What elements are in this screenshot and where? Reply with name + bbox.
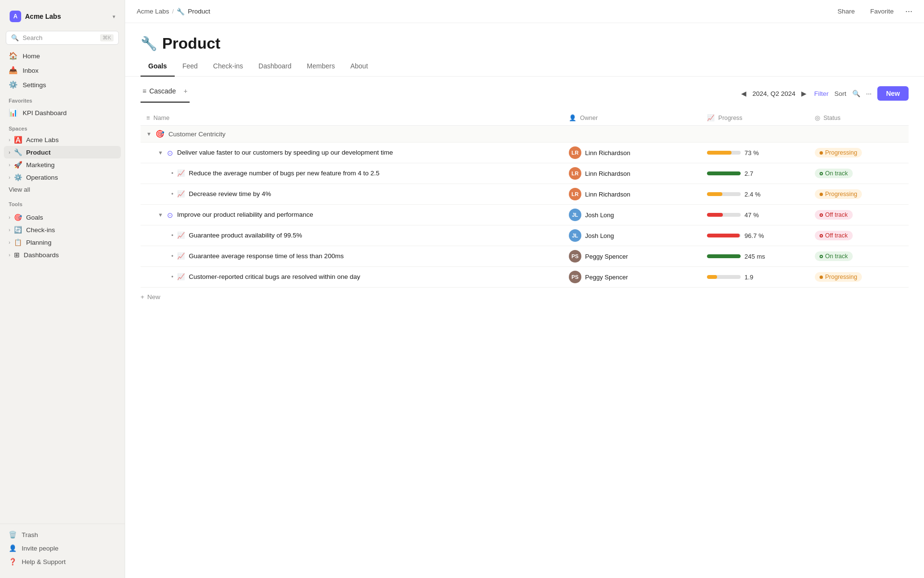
status-label: Off track bbox=[825, 211, 848, 218]
period-label: 2024, Q2 2024 bbox=[752, 90, 795, 97]
period-next-button[interactable]: ▶ bbox=[799, 88, 808, 99]
product-icon: 🔧 bbox=[14, 148, 22, 156]
tab-check-ins[interactable]: Check-ins bbox=[205, 56, 251, 77]
chart-icon: 📊 bbox=[9, 108, 18, 117]
add-icon: + bbox=[141, 293, 144, 301]
tab-about[interactable]: About bbox=[343, 56, 376, 77]
add-view-button[interactable]: + bbox=[181, 85, 189, 97]
sidebar-bottom: 🗑️ Trash 👤 Invite people ❓ Help & Suppor… bbox=[0, 524, 125, 572]
kr-owner-cell: JL Josh Long bbox=[569, 229, 695, 242]
tool-goals[interactable]: › 🎯 Goals bbox=[4, 211, 121, 223]
search-placeholder: Search bbox=[23, 34, 42, 41]
tool-dashboards[interactable]: › ⊞ Dashboards bbox=[4, 249, 121, 261]
sidebar-item-home[interactable]: 🏠 Home bbox=[4, 49, 121, 63]
period-nav: ◀ 2024, Q2 2024 ▶ bbox=[739, 88, 808, 99]
sidebar-item-kpi-dashboard[interactable]: 📊 KPI Dashboard bbox=[4, 105, 121, 120]
trash-button[interactable]: 🗑️ Trash bbox=[4, 528, 121, 541]
tab-dashboard[interactable]: Dashboard bbox=[251, 56, 299, 77]
owner-name: Peggy Spencer bbox=[585, 253, 628, 260]
tab-members[interactable]: Members bbox=[299, 56, 343, 77]
tab-goals[interactable]: Goals bbox=[141, 56, 175, 77]
kr-progress-cell: 2.7 bbox=[707, 170, 803, 177]
planning-tool-icon: 📋 bbox=[14, 238, 22, 246]
progress-value: 96.7 % bbox=[744, 232, 764, 239]
invite-label: Invite people bbox=[22, 545, 59, 552]
period-prev-button[interactable]: ◀ bbox=[739, 88, 748, 99]
group-chevron-icon[interactable]: ▼ bbox=[146, 131, 152, 137]
key-result-row: • 📈 Decrease review time by 4% LR Linn R… bbox=[141, 184, 909, 205]
status-badge: Progressing bbox=[815, 272, 862, 282]
kr-owner-cell: PS Peggy Spencer bbox=[569, 271, 695, 283]
status-label: Progressing bbox=[825, 149, 858, 156]
checkins-tool-label: Check-ins bbox=[26, 226, 55, 234]
sidebar-item-product[interactable]: › 🔧 Product bbox=[4, 146, 121, 158]
kr-owner-cell: LR Linn Richardson bbox=[569, 188, 695, 200]
breadcrumb-workspace[interactable]: Acme Labs bbox=[137, 8, 169, 15]
kr-progress-cell: 2.4 % bbox=[707, 191, 803, 198]
cascade-icon: ≡ bbox=[142, 87, 146, 95]
help-support-button[interactable]: ❓ Help & Support bbox=[4, 555, 121, 568]
goal-chevron-icon[interactable]: ▼ bbox=[158, 150, 163, 156]
goal-chevron-icon[interactable]: ▼ bbox=[158, 212, 163, 218]
product-chevron-icon: › bbox=[9, 150, 10, 155]
sort-button[interactable]: Sort bbox=[834, 90, 847, 97]
planning-tool-chevron-icon: › bbox=[9, 240, 10, 245]
progress-bar-fill bbox=[707, 151, 732, 155]
tool-planning[interactable]: › 📋 Planning bbox=[4, 236, 121, 249]
goal-progress-cell: 47 % bbox=[707, 211, 803, 219]
toolbar-right: ◀ 2024, Q2 2024 ▶ Filter Sort 🔍 ··· New bbox=[720, 86, 909, 101]
goal-text: Deliver value faster to our customers by… bbox=[177, 148, 393, 158]
sidebar-item-settings-label: Settings bbox=[23, 81, 46, 89]
status-label: Off track bbox=[825, 232, 848, 239]
cascade-view-tab[interactable]: ≡ Cascade bbox=[141, 84, 178, 98]
status-dot bbox=[820, 255, 823, 258]
kr-progress-cell: 96.7 % bbox=[707, 232, 803, 239]
search-shortcut: ⌘K bbox=[100, 34, 114, 41]
sidebar-item-operations[interactable]: › ⚙️ Operations bbox=[4, 171, 121, 184]
workspace-icon: A bbox=[10, 11, 21, 22]
status-badge: On track bbox=[815, 251, 853, 261]
invite-people-button[interactable]: 👤 Invite people bbox=[4, 541, 121, 555]
add-new-button[interactable]: + New bbox=[141, 293, 909, 301]
avatar: JL bbox=[569, 229, 581, 242]
view-all-button[interactable]: View all bbox=[0, 184, 125, 196]
kr-bullet: • bbox=[171, 191, 173, 197]
tools-list: › 🎯 Goals › 🔄 Check-ins › 📋 Planning › ⊞… bbox=[0, 209, 125, 263]
progress-bar-fill bbox=[707, 171, 741, 175]
help-icon: ❓ bbox=[9, 558, 17, 565]
share-button[interactable]: Share bbox=[834, 6, 859, 17]
sidebar-item-marketing[interactable]: › 🚀 Marketing bbox=[4, 158, 121, 171]
search-bar[interactable]: 🔍 Search ⌘K bbox=[6, 31, 119, 45]
settings-icon: ⚙️ bbox=[9, 80, 18, 89]
avatar: LR bbox=[569, 167, 581, 180]
tab-feed[interactable]: Feed bbox=[175, 56, 205, 77]
group-row: ▼ 🎯 Customer Centricity bbox=[141, 126, 909, 143]
product-label: Product bbox=[26, 149, 51, 156]
workspace-header[interactable]: A Acme Labs ▾ bbox=[6, 8, 119, 25]
kr-bullet: • bbox=[171, 253, 173, 260]
dashboards-tool-chevron-icon: › bbox=[9, 252, 10, 258]
filter-button[interactable]: Filter bbox=[814, 90, 829, 97]
sidebar-item-inbox[interactable]: 📥 Inbox bbox=[4, 63, 121, 78]
avatar: LR bbox=[569, 188, 581, 200]
owner-name: Josh Long bbox=[585, 232, 614, 239]
new-goal-button[interactable]: New bbox=[877, 86, 909, 101]
owner-name: Linn Richardson bbox=[585, 149, 630, 157]
more-options-button[interactable]: ··· bbox=[905, 6, 912, 16]
top-bar: Acme Labs / 🔧 Product Share Favorite ··· bbox=[125, 0, 924, 23]
kr-text: Customer-reported critical bugs are reso… bbox=[189, 273, 360, 282]
marketing-chevron-icon: › bbox=[9, 162, 10, 168]
tool-check-ins[interactable]: › 🔄 Check-ins bbox=[4, 223, 121, 236]
key-result-row: • 📈 Reduce the average number of bugs pe… bbox=[141, 163, 909, 184]
search-goals-button[interactable]: 🔍 bbox=[852, 90, 860, 97]
main-content: Acme Labs / 🔧 Product Share Favorite ···… bbox=[125, 0, 924, 578]
goals-more-button[interactable]: ··· bbox=[866, 90, 872, 97]
progress-value: 2.4 % bbox=[744, 191, 760, 198]
favorite-button[interactable]: Favorite bbox=[866, 6, 898, 17]
page-title-icon: 🔧 bbox=[141, 36, 157, 52]
sidebar-item-settings[interactable]: ⚙️ Settings bbox=[4, 78, 121, 92]
avatar: LR bbox=[569, 146, 581, 159]
kr-icon: 📈 bbox=[177, 190, 185, 197]
status-label: On track bbox=[825, 253, 848, 260]
sidebar-item-acme-labs[interactable]: › 🅰️ Acme Labs bbox=[4, 133, 121, 146]
